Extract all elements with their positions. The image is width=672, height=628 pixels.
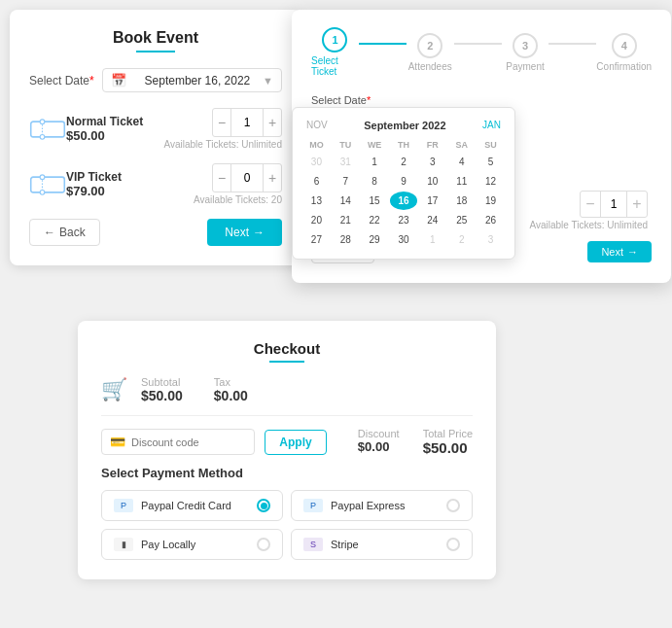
cal-day[interactable]: 22 (361, 211, 389, 229)
normal-ticket-stepper[interactable]: − + (212, 108, 282, 137)
payment-option-paypal-express[interactable]: P Paypal Express (291, 490, 473, 521)
cal-day[interactable]: 4 (447, 153, 476, 171)
vip-ticket-stepper[interactable]: − + (212, 163, 282, 192)
payment-option-pay-locally[interactable]: ▮ Pay Locally (101, 529, 283, 560)
cal-day[interactable]: 7 (332, 172, 360, 191)
cal-day-header: MO (302, 138, 331, 152)
modal-qty-minus[interactable]: − (581, 192, 600, 217)
total-price-label: Total Price (423, 428, 473, 439)
pay-locally-radio[interactable] (257, 538, 270, 551)
modal-next-button[interactable]: Next → (587, 241, 652, 262)
normal-qty-plus[interactable]: + (264, 109, 281, 136)
paypal-express-radio[interactable] (446, 499, 460, 512)
cal-day[interactable]: 8 (361, 172, 389, 191)
cal-day[interactable]: 5 (477, 153, 505, 171)
svg-point-3 (40, 134, 45, 139)
cal-day[interactable]: 1 (418, 230, 446, 249)
calendar-icon: 📅 (111, 73, 126, 87)
stripe-radio[interactable] (446, 538, 460, 551)
pay-locally-icon: ▮ (114, 538, 133, 551)
step-circle-4: 4 (612, 33, 637, 58)
cal-day[interactable]: 14 (332, 192, 360, 210)
cal-day[interactable]: 29 (361, 230, 389, 249)
cal-day[interactable]: 3 (477, 230, 505, 249)
cal-day[interactable]: 6 (302, 172, 331, 191)
payment-option-left-1: P Paypal Express (303, 499, 405, 512)
checkout-discount-row: 💳 Apply Discount $0.00 Total Price $50.0… (101, 428, 473, 456)
payment-option-paypal-credit[interactable]: P Paypal Credit Card (101, 490, 283, 521)
cal-day[interactable]: 30 (390, 230, 418, 249)
cal-day-header: TH (390, 138, 418, 152)
vip-qty-plus[interactable]: + (264, 164, 281, 192)
modal-available-text: Available Tickets: Unlimited (529, 220, 648, 230)
cal-day[interactable]: 31 (332, 153, 360, 171)
step-2: 2 Attendees (407, 33, 454, 72)
cal-day[interactable]: 17 (418, 192, 446, 210)
cal-day[interactable]: 13 (302, 192, 331, 210)
cal-day[interactable]: 15 (361, 192, 389, 210)
apply-button[interactable]: Apply (265, 430, 326, 455)
payment-methods-grid: P Paypal Credit Card P Paypal Express ▮ … (101, 490, 473, 560)
paypal-credit-radio[interactable] (257, 499, 270, 512)
calendar-grid: MOTUWETHFRSASU30311234567891011121314151… (302, 138, 505, 249)
cal-day[interactable]: 20 (302, 211, 331, 229)
cal-day[interactable]: 10 (418, 172, 446, 191)
checkout-amounts: Subtotal $50.00 Tax $0.00 (141, 376, 248, 403)
tax-col: Tax $0.00 (214, 376, 248, 403)
cal-day[interactable]: 24 (418, 211, 446, 229)
ticket-item-vip: VIP Ticket $79.00 − + Available Tickets:… (29, 163, 282, 205)
book-event-back-button[interactable]: ← Back (29, 219, 100, 246)
cal-day[interactable]: 30 (302, 153, 331, 171)
checkout-panel: Checkout 🛒 Subtotal $50.00 Tax $0.00 💳 A… (78, 321, 496, 579)
cal-day[interactable]: 3 (418, 153, 446, 171)
cal-day[interactable]: 21 (332, 211, 360, 229)
subtotal-col: Subtotal $50.00 (141, 376, 183, 403)
step-label-1: Select Ticket (311, 55, 359, 77)
cal-day[interactable]: 1 (361, 153, 389, 171)
cal-prev-button[interactable]: NOV (302, 118, 332, 132)
stripe-icon: S (303, 538, 323, 551)
cal-day[interactable]: 2 (390, 153, 418, 171)
modal-qty-stepper[interactable]: − 1 + (580, 191, 648, 218)
discount-code-input[interactable] (131, 436, 246, 448)
step-connector-3-4 (548, 43, 596, 45)
date-input[interactable]: 📅 September 16, 2022 ▼ (102, 68, 282, 92)
paypal-express-icon: P (303, 499, 323, 512)
vip-qty-input[interactable] (230, 164, 264, 192)
cal-day[interactable]: 16 (390, 192, 418, 210)
cal-month-label: September 2022 (364, 120, 445, 131)
checkout-underline (269, 361, 304, 363)
step-label-4: Confirmation (596, 61, 652, 72)
normal-ticket-name: Normal Ticket (66, 115, 163, 128)
cal-day-header: TU (332, 138, 360, 152)
cal-day-header: SU (477, 138, 505, 152)
ticket-icon-vip (29, 174, 66, 195)
payment-method-title: Select Payment Method (101, 466, 473, 480)
cal-day[interactable]: 25 (447, 211, 476, 229)
back-arrow-icon: ← (44, 226, 55, 239)
modal-select-date-label: Select Date* (311, 94, 652, 106)
vip-qty-minus[interactable]: − (213, 164, 230, 192)
normal-qty-minus[interactable]: − (213, 109, 230, 136)
cal-day[interactable]: 2 (447, 230, 476, 249)
ticket-info-normal: Normal Ticket $50.00 (66, 115, 163, 143)
cal-next-button[interactable]: JAN (478, 118, 505, 132)
normal-qty-input[interactable] (230, 109, 264, 136)
step-1: 1 Select Ticket (311, 27, 359, 77)
book-event-next-button[interactable]: Next → (207, 219, 282, 246)
cal-day[interactable]: 26 (477, 211, 505, 229)
payment-option-stripe[interactable]: S Stripe (291, 529, 473, 560)
step-circle-3: 3 (513, 33, 538, 58)
cal-day[interactable]: 11 (447, 172, 476, 191)
cal-day[interactable]: 18 (447, 192, 476, 210)
svg-point-6 (40, 174, 45, 179)
modal-qty-plus[interactable]: + (627, 192, 647, 217)
cal-day[interactable]: 9 (390, 172, 418, 191)
cal-day[interactable]: 12 (477, 172, 505, 191)
cal-day[interactable]: 19 (477, 192, 505, 210)
pay-locally-label: Pay Locally (141, 539, 195, 550)
cal-day[interactable]: 27 (302, 230, 331, 249)
discount-input-wrap[interactable]: 💳 (101, 429, 255, 455)
cal-day[interactable]: 28 (332, 230, 360, 249)
cal-day[interactable]: 23 (390, 211, 418, 229)
